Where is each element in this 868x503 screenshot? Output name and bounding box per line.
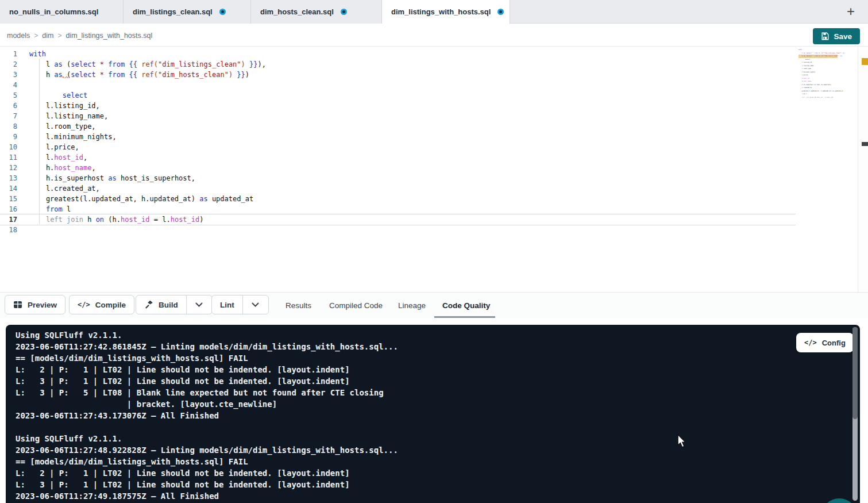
terminal-line: L: 3 | P: 1 | LT02 | Line should not be … bbox=[16, 375, 398, 387]
preview-button-label: Preview bbox=[28, 301, 57, 309]
code-line[interactable]: h as (select * from {{ ref("dim_hosts_cl… bbox=[0, 70, 796, 80]
lint-squiggle-icon bbox=[62, 76, 70, 78]
hammer-icon bbox=[144, 300, 153, 309]
code-brackets-icon: </> bbox=[78, 301, 90, 309]
code-line[interactable]: l.listing_name, bbox=[0, 111, 796, 121]
lint-split-button: Lint bbox=[211, 295, 269, 314]
compile-button-label: Compile bbox=[95, 301, 126, 309]
tab-bar: no_nulls_in_columns.sql dim_listings_cle… bbox=[0, 0, 868, 24]
terminal-line: L: 2 | P: 1 | LT02 | Line should not be … bbox=[16, 467, 398, 479]
editor-scroll-gutter bbox=[858, 47, 868, 292]
code-line[interactable]: l.listing_id, bbox=[0, 101, 796, 111]
breadcrumb-separator: > bbox=[34, 32, 38, 40]
lint-button[interactable]: Lint bbox=[212, 295, 243, 314]
build-options-chevron[interactable] bbox=[187, 295, 212, 314]
tab-compiled-code[interactable]: Compiled Code bbox=[329, 293, 383, 318]
code-line[interactable]: l.minimum_nights, bbox=[0, 132, 796, 142]
code-line[interactable]: l as (select * from {{ ref("dim_listings… bbox=[0, 59, 796, 70]
save-button-label: Save bbox=[834, 32, 852, 41]
preview-button[interactable]: Preview bbox=[5, 295, 65, 314]
compile-button[interactable]: </> Compile bbox=[69, 295, 134, 314]
terminal-output: Using SQLFluff v2.1.1.2023-06-06T11:27:4… bbox=[16, 329, 398, 502]
terminal-line: 2023-06-06T11:27:48.922828Z — Linting mo… bbox=[16, 444, 398, 456]
editor-scrollbar-thumb[interactable] bbox=[862, 142, 868, 146]
terminal-line: Using SQLFluff v2.1.1. bbox=[16, 329, 398, 341]
tab-label: dim_listings_clean.sql bbox=[133, 7, 213, 16]
floppy-disk-icon bbox=[821, 32, 829, 40]
terminal-line: 2023-06-06T11:27:42.861845Z — Linting mo… bbox=[16, 341, 398, 352]
code-line[interactable] bbox=[0, 80, 796, 90]
scroll-annotation-marker bbox=[862, 58, 868, 65]
terminal-line: == [models/dim/dim_listings_with_hosts.s… bbox=[16, 456, 398, 467]
tab-lineage[interactable]: Lineage bbox=[398, 293, 426, 318]
code-lines[interactable]: with l as (select * from {{ ref("dim_lis… bbox=[0, 49, 796, 235]
code-line[interactable]: h.host_name, bbox=[0, 163, 796, 173]
tab-dim-listings-clean[interactable]: dim_listings_clean.sql bbox=[124, 0, 251, 24]
code-line[interactable]: left join h on (h.host_id = l.host_id) bbox=[0, 214, 796, 225]
code-line[interactable]: l.host_id, bbox=[0, 152, 796, 163]
code-line[interactable]: greatest(l.updated_at, h.updated_at) as … bbox=[0, 194, 796, 204]
build-button-label: Build bbox=[159, 301, 178, 309]
breadcrumb: models > dim > dim_listings_with_hosts.s… bbox=[7, 24, 152, 47]
build-button[interactable]: Build bbox=[136, 295, 187, 314]
unsaved-changes-dot-icon bbox=[497, 9, 504, 15]
breadcrumb-separator: > bbox=[57, 32, 61, 40]
code-line[interactable]: from l bbox=[0, 204, 796, 214]
terminal-line: Using SQLFluff v2.1.1. bbox=[16, 433, 398, 444]
unsaved-changes-dot-icon bbox=[219, 9, 226, 15]
tab-dim-hosts-clean[interactable]: dim_hosts_clean.sql bbox=[251, 0, 382, 24]
active-tab-underline bbox=[434, 316, 495, 318]
save-button[interactable]: Save bbox=[813, 28, 860, 44]
code-brackets-icon: </> bbox=[804, 339, 817, 347]
minimap[interactable]: with l as (select * from {{ ref("dim_lis… bbox=[798, 48, 838, 99]
table-grid-icon bbox=[13, 300, 22, 309]
terminal-line: 2023-06-06T11:27:43.173076Z — All Finish… bbox=[16, 410, 398, 421]
code-line[interactable]: h.is_superhost as host_is_superhost, bbox=[0, 173, 796, 183]
tab-dim-listings-with-hosts[interactable]: dim_listings_with_hosts.sql bbox=[382, 0, 510, 24]
tab-label: dim_hosts_clean.sql bbox=[260, 7, 334, 16]
build-split-button: Build bbox=[136, 295, 213, 314]
code-line[interactable]: l.created_at, bbox=[0, 183, 796, 194]
terminal-line: L: 3 | P: 5 | LT08 | Blank line expected… bbox=[16, 387, 398, 398]
terminal-line: | bracket. [layout.cte_newline] bbox=[16, 398, 398, 410]
config-button[interactable]: </> Config bbox=[796, 333, 854, 352]
lint-button-label: Lint bbox=[220, 301, 234, 309]
minimap-line: left join h on (h.host_id = l.host_id) bbox=[798, 96, 838, 99]
chevron-down-icon bbox=[252, 302, 259, 307]
code-editor[interactable]: 123456789101112131415161718 with l as (s… bbox=[0, 47, 868, 293]
terminal-line: L: 3 | P: 1 | LT02 | Line should not be … bbox=[16, 479, 398, 490]
tab-results[interactable]: Results bbox=[286, 293, 311, 318]
tab-no-nulls-in-columns[interactable]: no_nulls_in_columns.sql bbox=[0, 0, 124, 24]
tab-code-quality[interactable]: Code Quality bbox=[442, 293, 490, 318]
terminal-line bbox=[16, 421, 398, 433]
breadcrumb-item-dim[interactable]: dim bbox=[42, 32, 53, 40]
chevron-down-icon bbox=[195, 302, 203, 307]
terminal-panel: Using SQLFluff v2.1.1.2023-06-06T11:27:4… bbox=[6, 325, 860, 503]
breadcrumb-item-models[interactable]: models bbox=[7, 32, 30, 40]
code-line[interactable]: with bbox=[0, 49, 796, 59]
tab-label: dim_listings_with_hosts.sql bbox=[391, 7, 491, 16]
code-line[interactable]: l.price, bbox=[0, 142, 796, 152]
action-toolbar: Preview </> Compile Build Lint Resu bbox=[0, 293, 868, 318]
code-line[interactable]: l.room_type, bbox=[0, 121, 796, 132]
unsaved-changes-dot-icon bbox=[341, 9, 347, 15]
terminal-line: == [models/dim/dim_listings_with_hosts.s… bbox=[16, 352, 398, 364]
code-line[interactable]: select bbox=[0, 90, 796, 101]
terminal-line: L: 2 | P: 1 | LT02 | Line should not be … bbox=[16, 364, 398, 375]
config-button-label: Config bbox=[822, 339, 846, 347]
terminal-line: 2023-06-06T11:27:49.187575Z — All Finish… bbox=[16, 490, 398, 502]
code-line[interactable] bbox=[0, 225, 796, 235]
breadcrumb-item-file[interactable]: dim_listings_with_hosts.sql bbox=[65, 32, 152, 40]
lint-options-chevron[interactable] bbox=[243, 295, 268, 314]
new-tab-button[interactable]: + bbox=[842, 2, 860, 21]
breadcrumb-bar: models > dim > dim_listings_with_hosts.s… bbox=[0, 24, 868, 47]
terminal-scrollbar-thumb[interactable] bbox=[852, 327, 858, 419]
tab-label: no_nulls_in_columns.sql bbox=[9, 7, 98, 16]
